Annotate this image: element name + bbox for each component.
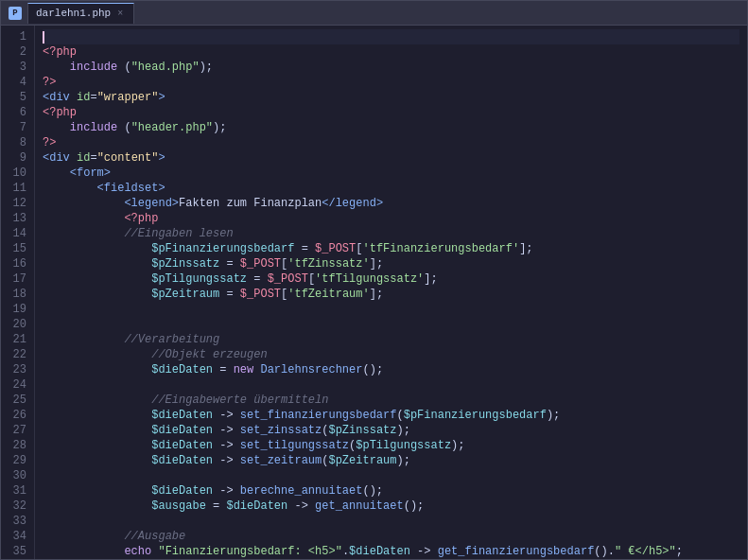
token-plain: (). — [594, 544, 615, 559]
line-number: 27 — [9, 423, 26, 438]
line-number: 2 — [9, 44, 26, 60]
line-number: 25 — [9, 393, 26, 408]
line-number: 13 — [9, 211, 26, 226]
token-php-tag: ?> — [43, 75, 56, 90]
tab-label: darlehn1.php — [36, 8, 111, 19]
code-line: //Ausgabe — [43, 529, 739, 544]
token-plain: -> — [213, 423, 240, 438]
token-keyword: new — [234, 362, 254, 377]
code-line: <?php — [43, 211, 739, 226]
line-number: 7 — [9, 120, 26, 135]
token-plain: = — [219, 287, 240, 302]
line-number: 16 — [9, 256, 26, 271]
line-number: 4 — [9, 75, 26, 90]
token-variable: $dieDaten — [151, 453, 213, 468]
code-line: $pFinanzierungsbedarf = $_POST['tfFinanz… — [43, 241, 739, 256]
line-number: 20 — [9, 317, 26, 332]
token-html-tag: <div — [43, 90, 70, 105]
token-variable: $dieDaten — [151, 362, 213, 377]
token-variable: $pTilgungssatz — [356, 438, 451, 453]
token-plain — [43, 226, 124, 241]
code-line: $dieDaten -> berechne_annuitaet(); — [43, 483, 739, 499]
token-html-attr: id — [77, 90, 90, 105]
token-plain: -> — [213, 483, 240, 499]
token-php-tag: ?> — [43, 135, 56, 150]
code-line: <legend>Fakten zum Finanzplan</legend> — [43, 196, 739, 211]
token-function: Darlehnsrechner — [260, 362, 362, 377]
token-string: "header.php" — [131, 120, 213, 135]
token-plain: ( — [322, 453, 328, 468]
token-plain — [43, 256, 151, 271]
code-line: //Objekt erzeugen — [43, 347, 739, 362]
token-string: 'tfZeitraum' — [287, 287, 369, 302]
line-number: 32 — [9, 499, 26, 514]
code-line: <fieldset> — [43, 181, 739, 196]
token-plain: -> — [213, 438, 240, 453]
code-line — [43, 302, 739, 317]
line-number: 19 — [9, 302, 26, 317]
line-number: 1 — [9, 29, 26, 44]
token-plain: ]; — [424, 271, 437, 287]
token-plain — [43, 483, 151, 499]
token-plain: = — [206, 499, 227, 514]
token-plain: ); — [396, 453, 409, 468]
line-number: 34 — [9, 529, 26, 544]
token-plain: -> — [287, 499, 315, 514]
code-line: ?> — [43, 75, 739, 90]
token-plain — [43, 393, 151, 408]
token-comment: //Eingaben lesen — [124, 226, 233, 241]
token-superglobal: $_POST — [315, 241, 356, 256]
token-variable: $pFinanzierungsbedarf — [151, 241, 294, 256]
editor-tab[interactable]: darlehn1.php × — [27, 3, 134, 24]
code-line: ?> — [43, 135, 739, 150]
token-variable: $ausgabe — [151, 499, 206, 514]
token-plain: ]; — [519, 241, 532, 256]
line-number: 33 — [9, 514, 26, 529]
line-number: 29 — [9, 453, 26, 468]
token-plain — [43, 362, 151, 377]
token-plain — [253, 362, 260, 377]
code-line — [43, 377, 739, 393]
token-plain: = — [247, 271, 268, 287]
token-plain — [43, 347, 151, 362]
code-line: $pZeitraum = $_POST['tfZeitraum']; — [43, 287, 739, 302]
token-plain — [43, 211, 124, 226]
line-number: 18 — [9, 287, 26, 302]
token-plain: = — [90, 150, 96, 166]
token-function: berechne_annuitaet — [240, 483, 363, 499]
code-line: include ("header.php"); — [43, 120, 739, 135]
token-comment: //Verarbeitung — [124, 332, 219, 347]
token-plain — [43, 438, 151, 453]
token-plain: . — [342, 544, 349, 559]
line-number: 35 — [9, 544, 26, 559]
token-plain — [43, 60, 70, 75]
token-comment: //Objekt erzeugen — [151, 347, 267, 362]
token-plain: [ — [281, 256, 287, 271]
token-string: " €</h5>" — [615, 544, 676, 559]
token-string: 'tfFinanzierungsbedarf' — [362, 241, 519, 256]
token-plain: ; — [676, 544, 683, 559]
token-variable: $pZinssatz — [328, 423, 396, 438]
token-variable: $pZeitraum — [328, 453, 396, 468]
token-html-tag: </legend> — [322, 196, 383, 211]
file-icon: P — [9, 7, 22, 20]
code-line: $dieDaten -> set_zinssatz($pZinssatz); — [43, 423, 739, 438]
token-php-tag: <?php — [124, 211, 158, 226]
code-line: //Eingabewerte übermitteln — [43, 393, 739, 408]
token-keyword: include — [70, 120, 117, 135]
code-area[interactable]: <?php include ("head.php");?><div id="wr… — [35, 26, 747, 559]
token-plain — [43, 453, 151, 468]
token-variable: $pZeitraum — [151, 287, 219, 302]
code-line — [43, 468, 739, 483]
editor-window: P darlehn1.php × 12345678910111213141516… — [0, 0, 748, 560]
line-number: 5 — [9, 90, 26, 105]
tab-close-button[interactable]: × — [114, 8, 126, 19]
token-plain: = — [219, 256, 240, 271]
token-plain: [ — [308, 271, 315, 287]
code-line: $dieDaten -> set_zeitraum($pZeitraum); — [43, 453, 739, 468]
code-line: echo "Finanzierungsbedarf: <h5>".$dieDat… — [43, 544, 739, 559]
token-variable: $pZinssatz — [151, 256, 219, 271]
token-plain: = — [90, 90, 96, 105]
line-number: 23 — [9, 362, 26, 377]
token-plain: [ — [281, 287, 287, 302]
